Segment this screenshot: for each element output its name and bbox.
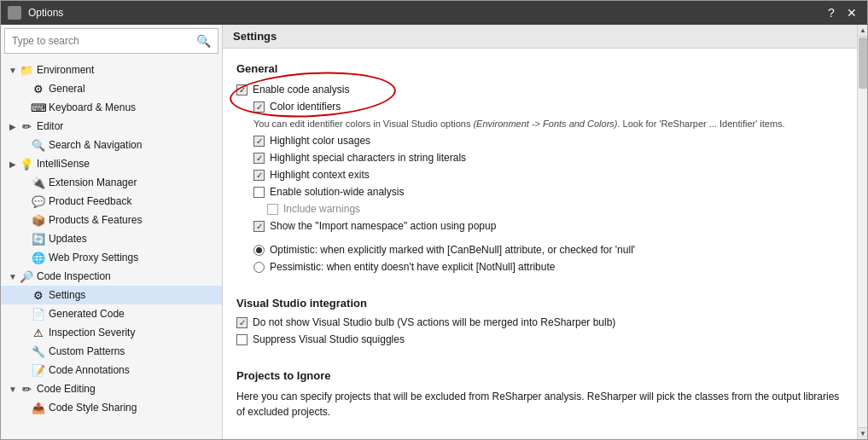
spacer-icon <box>20 196 30 206</box>
suppress-squiggles-checkbox[interactable] <box>236 334 248 345</box>
highlight-special-chars-checkbox[interactable] <box>253 153 265 164</box>
option-highlight-context-exits: Highlight context exits <box>236 169 843 181</box>
expand-icon: ▶ <box>8 121 18 131</box>
keyboard-icon: ⌨ <box>32 101 45 114</box>
window-title: Options <box>28 7 816 19</box>
color-identifiers-checkbox[interactable] <box>253 101 265 113</box>
solution-wide-label: Enable solution-wide analysis <box>270 186 404 198</box>
option-enable-code-analysis: Enable code analysis <box>236 84 843 96</box>
proxy-icon: 🌐 <box>32 251 45 264</box>
sidebar-item-code-inspection[interactable]: ▼ 🔎 Code Inspection <box>1 267 222 286</box>
sidebar-item-code-annotations[interactable]: 📝 Code Annotations <box>1 361 222 379</box>
optimistic-label: Optimistic: when explicitly marked with … <box>270 244 635 256</box>
sidebar-item-generated-code[interactable]: 📄 Generated Code <box>1 304 222 323</box>
include-warnings-label: Include warnings <box>283 203 360 215</box>
spacer-icon <box>20 365 30 375</box>
sidebar-item-code-editing[interactable]: ▼ ✏ Code Editing <box>1 379 222 398</box>
no-show-bulb-checkbox[interactable] <box>236 317 248 328</box>
keyboard-label: Keyboard & Menus <box>49 101 136 113</box>
sidebar-item-settings[interactable]: ⚙ Settings <box>1 286 222 304</box>
spacer-icon <box>20 290 30 300</box>
search-box[interactable]: 🔍 <box>4 28 218 54</box>
vs-integration-title: Visual Studio integration <box>236 297 843 310</box>
scroll-track <box>858 37 867 427</box>
spacer-icon <box>20 215 30 225</box>
title-bar: Options ? ✕ <box>1 1 867 25</box>
sidebar-item-updates[interactable]: 🔄 Updates <box>1 229 222 248</box>
color-identifiers-label: Color identifiers <box>270 101 341 113</box>
sidebar: 🔍 ▼ 📁 Environment ⚙ General ⌨ <box>1 25 223 439</box>
spacer1 <box>236 237 843 244</box>
highlight-color-usages-label: Highlight color usages <box>270 135 370 147</box>
close-button[interactable]: ✕ <box>843 4 860 21</box>
sidebar-item-environment[interactable]: ▼ 📁 Environment <box>1 61 222 79</box>
scroll-thumb[interactable] <box>859 38 867 89</box>
code-style-label: Code Style Sharing <box>49 402 137 414</box>
sidebar-item-extension-manager[interactable]: 🔌 Extension Manager <box>1 173 222 192</box>
sidebar-item-product-feedback[interactable]: 💬 Product Feedback <box>1 192 222 211</box>
sidebar-item-custom-patterns[interactable]: 🔧 Custom Patterns <box>1 342 222 361</box>
highlight-context-exits-checkbox[interactable] <box>253 170 265 181</box>
sidebar-item-code-style-sharing[interactable]: 📤 Code Style Sharing <box>1 398 222 417</box>
option-color-identifiers: Color identifiers <box>236 101 843 113</box>
search-nav-icon: 🔍 <box>32 138 45 152</box>
expand-icon: ▼ <box>8 271 18 281</box>
intellisense-label: IntelliSense <box>37 158 90 170</box>
spacer-icon <box>20 346 30 356</box>
general-label: General <box>49 83 85 95</box>
option-no-show-bulb: Do not show Visual Studio bulb (VS actio… <box>236 316 843 328</box>
projects-description: Here you can specify projects that will … <box>236 389 843 420</box>
severity-icon: ⚠ <box>32 326 45 339</box>
patterns-label: Custom Patterns <box>49 345 125 357</box>
sidebar-item-general[interactable]: ⚙ General <box>1 79 222 98</box>
optimistic-radio[interactable] <box>253 245 265 256</box>
severity-label: Inspection Severity <box>49 327 135 339</box>
enable-code-analysis-checkbox[interactable] <box>236 84 248 96</box>
highlight-special-chars-label: Highlight special characters in string l… <box>270 152 466 164</box>
spacer3 <box>236 350 843 357</box>
show-import-namespace-checkbox[interactable] <box>253 221 265 232</box>
right-scrollbar[interactable]: ▲ ▼ <box>857 25 867 439</box>
sidebar-item-inspection-severity[interactable]: ⚠ Inspection Severity <box>1 323 222 342</box>
products-icon: 📦 <box>32 213 45 227</box>
suppress-squiggles-label: Suppress Visual Studio squiggles <box>253 333 405 345</box>
settings-label: Settings <box>49 289 85 301</box>
include-warnings-checkbox[interactable] <box>267 204 278 215</box>
environment-icon: 📁 <box>20 63 33 77</box>
extension-label: Extension Manager <box>49 177 137 188</box>
option-pessimistic: Pessimistic: when entity doesn't have ex… <box>236 261 843 273</box>
spacer-icon <box>20 327 30 338</box>
scroll-down-button[interactable]: ▼ <box>858 427 867 439</box>
sidebar-item-web-proxy[interactable]: 🌐 Web Proxy Settings <box>1 248 222 267</box>
settings-content: General Enable code analysis Color ident… <box>223 49 857 439</box>
option-include-warnings: Include warnings <box>236 203 843 215</box>
search-nav-label: Search & Navigation <box>49 139 142 151</box>
general-icon: ⚙ <box>32 82 45 96</box>
search-input[interactable] <box>12 35 196 47</box>
spacer2 <box>236 278 843 285</box>
solution-wide-checkbox[interactable] <box>253 187 265 198</box>
sidebar-item-intellisense[interactable]: ▶ 💡 IntelliSense <box>1 154 222 173</box>
help-button[interactable]: ? <box>823 4 840 21</box>
settings-icon: ⚙ <box>32 288 45 302</box>
spacer-icon <box>20 309 30 319</box>
sidebar-item-search-navigation[interactable]: 🔍 Search & Navigation <box>1 136 222 154</box>
settings-header: Settings <box>223 25 857 49</box>
spacer-icon <box>20 102 30 113</box>
projects-title: Projects to Ignore <box>236 369 843 382</box>
expand-icon: ▼ <box>8 65 18 75</box>
option-solution-wide: Enable solution-wide analysis <box>236 186 843 198</box>
sidebar-item-keyboard[interactable]: ⌨ Keyboard & Menus <box>1 98 222 117</box>
spacer-icon <box>20 140 30 150</box>
editor-icon: ✏ <box>20 119 33 133</box>
highlight-color-usages-checkbox[interactable] <box>253 136 265 147</box>
sidebar-item-editor[interactable]: ▶ ✏ Editor <box>1 117 222 136</box>
intellisense-icon: 💡 <box>20 157 33 171</box>
pessimistic-radio[interactable] <box>253 262 265 273</box>
environment-label: Environment <box>37 64 94 76</box>
code-editing-label: Code Editing <box>37 383 96 395</box>
main-content: 🔍 ▼ 📁 Environment ⚙ General ⌨ <box>1 25 867 439</box>
scroll-up-button[interactable]: ▲ <box>858 25 867 37</box>
sidebar-item-products-features[interactable]: 📦 Products & Features <box>1 211 222 229</box>
editor-label: Editor <box>37 120 63 132</box>
